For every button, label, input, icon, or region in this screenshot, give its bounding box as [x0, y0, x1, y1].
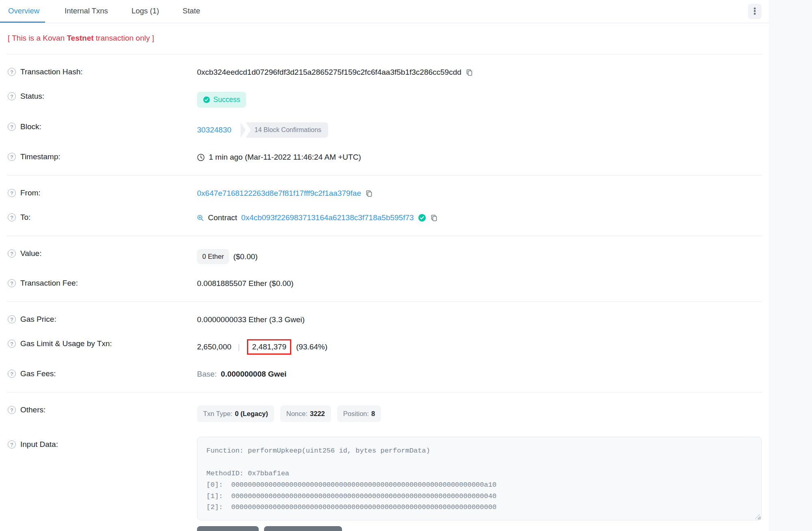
transaction-fee-label: Transaction Fee: [20, 279, 78, 288]
block-label: Block: [20, 122, 41, 131]
tab-logs[interactable]: Logs (1) [128, 0, 163, 23]
position-pill: Position:8 [337, 405, 381, 422]
block-number-link[interactable]: 30324830 [197, 126, 232, 134]
more-options-button[interactable]: ⋮ [748, 4, 762, 19]
testnet-notice: [ This is a Kovan Testnet transaction on… [0, 23, 769, 54]
separator: | [238, 342, 240, 351]
section-addresses: ? From: 0x647e7168122263d8e7f81f17fff9c2… [0, 176, 769, 236]
contract-label: Contract [208, 213, 237, 222]
help-icon[interactable]: ? [8, 370, 16, 378]
status-label: Status: [20, 92, 44, 101]
row-value: ? Value: 0 Ether ($0.00) [0, 242, 769, 271]
ribbon-arrow-icon [240, 122, 246, 138]
ether-value-chip: 0 Ether [197, 249, 229, 264]
row-gas-limit-usage: ? Gas Limit & Usage by Txn: 2,650,000 | … [0, 332, 769, 362]
row-input-data: ? Input Data: Function: performUpkeep(ui… [0, 429, 769, 520]
input-data-actions: View Input As Decode Input Data [197, 526, 769, 531]
check-circle-icon [203, 96, 210, 103]
transaction-hash-label: Transaction Hash: [20, 67, 82, 76]
to-label: To: [20, 213, 30, 222]
row-from: ? From: 0x647e7168122263d8e7f81f17fff9c2… [0, 181, 769, 206]
gas-price-value: 0.0000000033 Ether (3.3 Gwei) [197, 315, 305, 324]
help-icon[interactable]: ? [8, 249, 16, 258]
row-transaction-fee: ? Transaction Fee: 0.0081885507 Ether ($… [0, 271, 769, 296]
tab-bar: Overview Internal Txns Logs (1) State ⋮ [0, 0, 769, 23]
status-badge: Success [197, 92, 246, 108]
input-data-box[interactable]: Function: performUpkeep(uint256 id, byte… [197, 437, 762, 520]
others-label: Others: [20, 405, 45, 414]
block-confirmations-badge: 14 Block Confirmations [240, 122, 329, 138]
clock-icon [197, 154, 205, 161]
base-fee-label: Base: [197, 370, 217, 379]
help-icon[interactable]: ? [8, 123, 16, 131]
copy-icon[interactable] [430, 214, 438, 222]
tab-overview[interactable]: Overview [0, 0, 45, 23]
help-icon[interactable]: ? [8, 153, 16, 161]
nonce-pill: Nonce:3222 [280, 405, 331, 422]
from-label: From: [20, 189, 41, 197]
row-gas-price: ? Gas Price: 0.0000000033 Ether (3.3 Gwe… [0, 308, 769, 332]
tab-internal-txns[interactable]: Internal Txns [61, 0, 112, 23]
input-data-label: Input Data: [20, 440, 58, 449]
decode-input-data-button[interactable]: Decode Input Data [264, 526, 342, 531]
txn-type-pill: Txn Type:0 (Legacy) [197, 405, 274, 422]
section-others: ? Others: Txn Type:0 (Legacy) Nonce:3222… [0, 392, 769, 531]
to-address-link[interactable]: 0x4cb093f226983713164a62138c3f718a5b595f… [241, 213, 414, 222]
value-label: Value: [20, 249, 41, 258]
kebab-icon: ⋮ [750, 7, 759, 16]
gas-used-value: 2,481,379 [252, 342, 286, 351]
help-icon[interactable]: ? [8, 406, 16, 414]
row-to: ? To: Contract 0x4cb093f226983713164a621… [0, 206, 769, 230]
gas-used-highlight-box: 2,481,379 [247, 339, 291, 355]
help-icon[interactable]: ? [8, 279, 16, 287]
tab-state[interactable]: State [179, 0, 204, 23]
verified-check-icon [418, 214, 426, 222]
section-gas: ? Gas Price: 0.0000000033 Ether (3.3 Gwe… [0, 302, 769, 392]
gas-used-percent: (93.64%) [296, 342, 327, 351]
view-input-as-button[interactable]: View Input As [197, 526, 259, 531]
from-address-link[interactable]: 0x647e7168122263d8e7f81f17fff9c2f1aa379f… [197, 189, 361, 198]
row-others: ? Others: Txn Type:0 (Legacy) Nonce:3222… [0, 398, 769, 429]
help-icon[interactable]: ? [8, 68, 16, 76]
timestamp-label: Timestamp: [20, 152, 61, 161]
gas-limit-label: Gas Limit & Usage by Txn: [20, 339, 112, 348]
help-icon[interactable]: ? [8, 340, 16, 348]
timestamp-value: 1 min ago (Mar-11-2022 11:46:24 AM +UTC) [209, 153, 361, 162]
transaction-hash-value: 0xcb324eedcd1d07296fdf3d215a2865275f159c… [197, 68, 461, 77]
zoom-in-contract-icon[interactable] [197, 215, 204, 221]
transaction-fee-value: 0.0081885507 Ether ($0.00) [197, 279, 294, 288]
help-icon[interactable]: ? [8, 213, 16, 221]
copy-icon[interactable] [365, 190, 373, 197]
section-summary: ? Transaction Hash: 0xcb324eedcd1d07296f… [0, 54, 769, 175]
row-transaction-hash: ? Transaction Hash: 0xcb324eedcd1d07296f… [0, 60, 769, 85]
base-fee-value: 0.000000008 Gwei [221, 370, 287, 379]
row-block: ? Block: 30324830 14 Block Confirmations [0, 115, 769, 145]
gas-fees-label: Gas Fees: [20, 369, 56, 378]
gas-price-label: Gas Price: [20, 315, 56, 324]
section-value: ? Value: 0 Ether ($0.00) ? Transaction F… [0, 236, 769, 301]
gas-limit-value: 2,650,000 [197, 342, 232, 351]
help-icon[interactable]: ? [8, 440, 16, 449]
help-icon[interactable]: ? [8, 189, 16, 197]
row-timestamp: ? Timestamp: 1 min ago (Mar-11-2022 11:4… [0, 145, 769, 169]
row-status: ? Status: Success [0, 85, 769, 115]
help-icon[interactable]: ? [8, 92, 16, 100]
transaction-overview-card: Overview Internal Txns Logs (1) State ⋮ … [0, 0, 769, 531]
help-icon[interactable]: ? [8, 315, 16, 323]
copy-icon[interactable] [466, 69, 473, 76]
row-gas-fees: ? Gas Fees: Base: 0.000000008 Gwei [0, 362, 769, 386]
value-usd: ($0.00) [233, 252, 258, 261]
